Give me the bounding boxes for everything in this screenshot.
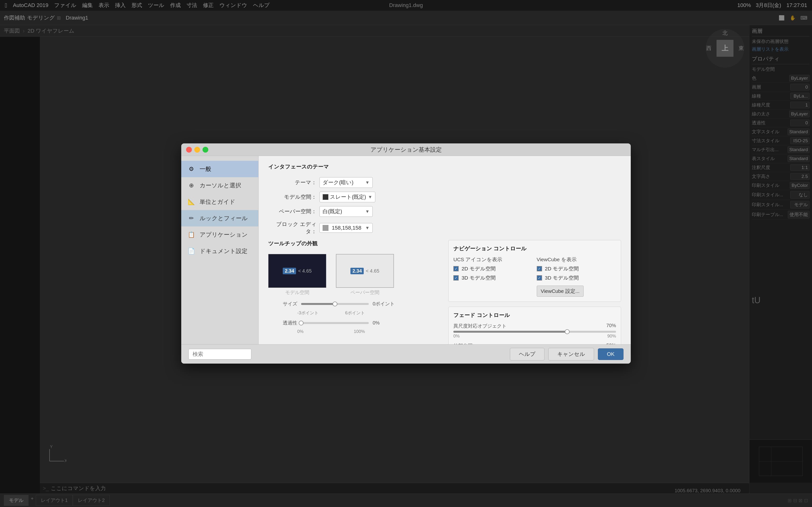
block-editor-select[interactable]: 158,158,158 ▼ — [319, 223, 373, 233]
theme-arrow: ▼ — [365, 180, 369, 185]
minimize-button[interactable] — [194, 147, 200, 153]
viewcube-2d-row: ✓ 2D モデル空間 — [537, 265, 616, 272]
preferences-dialog: アプリケーション基本設定 ⚙ 一般 ⊕ カーソルと選択 📐 単位とガイド — [181, 144, 631, 363]
model-space-swatch — [323, 194, 328, 200]
size-slider-value: 0ポイント — [373, 300, 395, 307]
transparency-slider-value: 0% — [373, 320, 385, 326]
nav-fade-col: ナビゲーション コントロール UCS アイコンを表示 ✓ 2D モデル空間 — [448, 240, 621, 344]
theme-value: ダーク(暗い) — [323, 179, 354, 186]
nav-units[interactable]: 📐 単位とガイド — [181, 193, 258, 210]
transparency-slider-row: 透過性 0% — [268, 320, 441, 326]
xref-fade-min: 0% — [453, 334, 460, 339]
transparency-min: 0% — [297, 329, 304, 334]
size-slider-track[interactable] — [301, 303, 369, 305]
paper-tooltip-angle: < 4.65 — [366, 268, 379, 274]
model-space-select[interactable]: スレート(既定) ▼ — [319, 192, 375, 202]
nav-general[interactable]: ⚙ 一般 — [181, 161, 258, 177]
nav-document[interactable]: 📄 ドキュメント設定 — [181, 243, 258, 259]
xref-fade-thumb[interactable] — [565, 329, 570, 334]
viewcube-settings-btn[interactable]: ViewCube 設定... — [537, 286, 584, 297]
transparency-slider-track[interactable] — [301, 322, 369, 324]
dialog-content: インタフェースのテーマ テーマ： ダーク(暗い) ▼ モデル空間： スレート(既… — [259, 156, 631, 344]
tooltip-col: ツールチップの外観 2.34 < 4.65 — [268, 240, 441, 344]
viewcube-header: ViewCube を表示 — [537, 256, 616, 263]
paper-space-label: ペーパー空間： — [268, 208, 317, 215]
fade-section-title: フェード コントロール — [453, 312, 616, 319]
xref-fade-fill — [453, 331, 567, 333]
tooltip-preview-row: 2.34 < 4.65 モデル空間 2.34 — [268, 254, 441, 296]
document-icon: 📄 — [187, 247, 196, 256]
model-space-row: モデル空間： スレート(既定) ▼ — [268, 192, 621, 202]
xref-fade-max: 90% — [607, 334, 616, 339]
model-space-preview-box: 2.34 < 4.65 — [268, 254, 326, 288]
maximize-button[interactable] — [203, 147, 208, 153]
look-icon: ✏ — [187, 214, 196, 223]
ucs-header: UCS アイコンを表示 — [453, 256, 533, 263]
block-editor-swatch — [323, 225, 328, 231]
nav-application[interactable]: 📋 アプリケーション — [181, 226, 258, 243]
ext-fade-container: 外部参照 50% -90% 90% — [453, 343, 616, 344]
size-slider-fill — [301, 303, 335, 305]
xref-fade-track[interactable] — [453, 331, 616, 333]
navigation-section: ナビゲーション コントロール UCS アイコンを表示 ✓ 2D モデル空間 — [448, 240, 621, 302]
help-button[interactable]: ヘルプ — [510, 348, 545, 360]
model-tooltip-angle: < 4.65 — [298, 268, 311, 274]
model-preview-label: モデル空間 — [268, 289, 326, 296]
transparency-max: 100% — [354, 329, 365, 334]
viewcube-3d-label: 3D モデル空間 — [545, 275, 579, 281]
ucs-3d-label: 3D モデル空間 — [462, 275, 496, 281]
interface-section-title: インタフェースのテーマ — [268, 163, 621, 172]
nav-cursor-label: カーソルと選択 — [200, 181, 241, 189]
size-slider-thumb[interactable] — [333, 301, 337, 306]
sliders-container: サイズ 0ポイント -3ポイント 6ポイント — [268, 300, 441, 334]
nav-look[interactable]: ✏ ルックとフィール — [181, 210, 258, 226]
nav-document-label: ドキュメント設定 — [200, 247, 248, 255]
size-slider-label: サイズ — [268, 300, 297, 307]
ucs-2d-label: 2D モデル空間 — [462, 265, 496, 272]
viewcube-2d-label: 2D モデル空間 — [545, 265, 579, 272]
two-col-layout: ツールチップの外観 2.34 < 4.65 — [268, 240, 621, 344]
ucs-3d-checkbox[interactable]: ✓ — [453, 275, 459, 281]
xref-fade-container: 異尺度対応オブジェクト 70% 0% 90% — [453, 323, 616, 339]
xref-fade-header: 異尺度対応オブジェクト 70% — [453, 323, 616, 329]
size-slider-row: サイズ 0ポイント — [268, 300, 441, 307]
paper-space-value: 白(既定) — [323, 208, 342, 215]
close-button[interactable] — [186, 147, 192, 153]
paper-space-select[interactable]: 白(既定) ▼ — [319, 206, 373, 217]
ucs-3d-row: ✓ 3D モデル空間 — [453, 275, 533, 281]
search-input[interactable] — [189, 349, 251, 359]
cursor-icon: ⊕ — [187, 181, 196, 190]
viewcube-3d-checkbox[interactable]: ✓ — [537, 275, 542, 281]
theme-select[interactable]: ダーク(暗い) ▼ — [319, 177, 373, 188]
paper-space-row: ペーパー空間： 白(既定) ▼ — [268, 206, 621, 217]
nav-grid: UCS アイコンを表示 ✓ 2D モデル空間 ✓ 3D モデル空間 — [453, 256, 616, 297]
ext-fade-label: 外部参照 — [453, 343, 473, 344]
xref-fade-range: 0% 90% — [453, 334, 616, 339]
theme-label: テーマ： — [268, 179, 317, 186]
block-editor-arrow: ▼ — [365, 225, 369, 231]
units-icon: 📐 — [187, 198, 196, 206]
viewcube-2d-checkbox[interactable]: ✓ — [537, 266, 542, 271]
tooltip-section-title: ツールチップの外観 — [268, 240, 441, 249]
block-editor-value: 158,158,158 — [332, 225, 361, 231]
size-max: 6ポイント — [345, 310, 365, 316]
cancel-button[interactable]: キャンセル — [548, 348, 594, 360]
application-icon: 📋 — [187, 230, 196, 239]
nav-cursor[interactable]: ⊕ カーソルと選択 — [181, 177, 258, 193]
nav-general-label: 一般 — [200, 165, 211, 173]
model-space-form-label: モデル空間： — [268, 193, 317, 201]
dialog-title: アプリケーション基本設定 — [370, 146, 442, 154]
ucs-2d-checkbox[interactable]: ✓ — [453, 266, 459, 271]
model-space-arrow: ▼ — [368, 194, 372, 200]
ok-button[interactable]: OK — [598, 348, 623, 360]
paper-space-preview-box: 2.34 < 4.65 — [336, 254, 394, 288]
model-space-value: スレート(既定) — [330, 193, 366, 201]
dialog-nav: ⚙ 一般 ⊕ カーソルと選択 📐 単位とガイド ✏ ルックとフィール 📋 — [181, 156, 259, 344]
size-slider-range: -3ポイント 6ポイント — [297, 310, 365, 316]
ucs-2d-row: ✓ 2D モデル空間 — [453, 265, 533, 272]
xref-fade-value: 70% — [606, 323, 616, 329]
viewcube-col: ViewCube を表示 ✓ 2D モデル空間 ✓ 3D モデル空間 — [537, 256, 616, 297]
dialog-titlebar: アプリケーション基本設定 — [181, 144, 631, 156]
theme-row: テーマ： ダーク(暗い) ▼ — [268, 177, 621, 188]
transparency-slider-thumb[interactable] — [299, 321, 304, 326]
